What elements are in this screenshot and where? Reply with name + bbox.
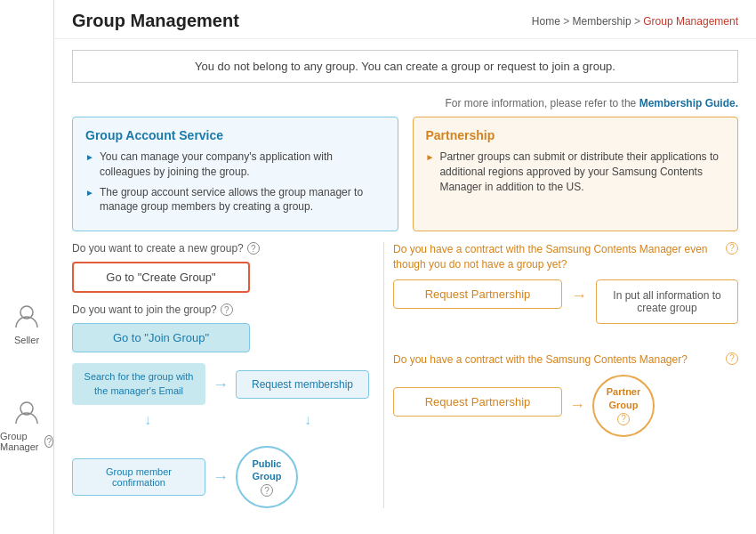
- right-flow-panel: Do you have a contract with the Samsung …: [383, 242, 738, 508]
- create-question: Do you want to create a new group? ?: [72, 242, 374, 255]
- notice-text: You do not belong to any group. You can …: [195, 60, 615, 73]
- right-bottom-row: Request Partnership → Partner Group ?: [393, 375, 738, 437]
- partner-group-circle: Partner Group ?: [592, 375, 655, 437]
- info-cards: Group Account Service ► You can manage y…: [54, 117, 756, 242]
- right-top-question: Do you have a contract with the Samsung …: [393, 242, 738, 272]
- group-account-text-1: You can manage your company's applicatio…: [100, 150, 385, 180]
- input-info-box: In put all information to create group: [596, 279, 738, 324]
- right-bottom-help[interactable]: ?: [726, 352, 738, 365]
- breadcrumb-sep1: >: [563, 15, 572, 28]
- request-partnership-top-button[interactable]: Request Partnership: [393, 279, 562, 309]
- partnership-text-1: Partner groups can submit or distribute …: [439, 150, 725, 194]
- membership-guide-link[interactable]: Membership Guide.: [639, 97, 738, 109]
- notice-banner: You do not belong to any group. You can …: [72, 50, 738, 83]
- group-account-item-1: ► You can manage your company's applicat…: [85, 150, 385, 180]
- partnership-card: Partnership ► Partner groups can submit …: [413, 117, 739, 231]
- arrow-down-2: ↓: [304, 412, 311, 428]
- create-help-icon[interactable]: ?: [247, 242, 260, 255]
- breadcrumb-sep2: >: [634, 15, 643, 28]
- join-help-icon[interactable]: ?: [221, 303, 233, 316]
- right-top-help[interactable]: ?: [726, 242, 738, 255]
- main-content: Group Management Home > Membership > Gro…: [54, 0, 756, 534]
- group-account-title: Group Account Service: [85, 128, 385, 142]
- seller-icon: [12, 303, 41, 331]
- seller-label: Seller: [14, 335, 39, 345]
- manager-help-icon[interactable]: ?: [44, 435, 53, 448]
- bullet-2: ►: [85, 187, 94, 215]
- arrow-down-1: ↓: [144, 412, 151, 428]
- breadcrumb-home[interactable]: Home: [532, 15, 560, 28]
- sidebar-seller: Seller: [12, 303, 41, 345]
- membership-guide-prefix: For more information, please refer to th…: [446, 97, 639, 109]
- sidebar-manager: Group Manager ?: [0, 399, 53, 452]
- page-header: Group Management Home > Membership > Gro…: [54, 0, 756, 39]
- breadcrumb: Home > Membership > Group Management: [532, 15, 738, 28]
- manager-label: Group Manager: [0, 431, 43, 452]
- group-account-text-2: The group account service allows the gro…: [100, 185, 385, 215]
- public-group-help[interactable]: ?: [261, 484, 273, 497]
- partner-group-help[interactable]: ?: [617, 413, 630, 425]
- create-group-button[interactable]: Go to "Create Group": [72, 262, 250, 293]
- group-confirm-box: Group member confirmation: [72, 458, 205, 496]
- bottom-flow-row: Group member confirmation → Public Group…: [72, 446, 374, 508]
- arrow-right-2: →: [213, 469, 229, 485]
- left-flow-panel: Do you want to create a new group? ? Go …: [72, 242, 383, 508]
- search-request-row: Search for the group with the manager's …: [72, 363, 374, 405]
- sidebar: Seller Group Manager ?: [0, 0, 54, 534]
- right-top-row: Request Partnership → In put all informa…: [393, 279, 738, 324]
- arrow-right-orange-2: →: [569, 396, 585, 415]
- right-bottom-section: Do you have a contract with the Samsung …: [393, 352, 738, 437]
- membership-guide-row: For more information, please refer to th…: [54, 93, 756, 117]
- bullet-3: ►: [426, 151, 435, 194]
- partnership-title: Partnership: [426, 128, 726, 142]
- page-title: Group Management: [72, 11, 239, 31]
- join-question: Do you want to join the group? ?: [72, 303, 374, 316]
- breadcrumb-membership[interactable]: Membership: [573, 15, 631, 28]
- right-bottom-question: Do you have a contract with the Samsung …: [393, 352, 738, 368]
- search-box: Search for the group with the manager's …: [72, 363, 205, 405]
- join-group-button[interactable]: Go to "Join Group": [72, 323, 250, 352]
- request-partnership-bottom-button[interactable]: Request Partnership: [393, 387, 562, 417]
- arrow-right-orange-1: →: [571, 287, 587, 305]
- group-account-card: Group Account Service ► You can manage y…: [72, 117, 398, 231]
- flow-section: Do you want to create a new group? ? Go …: [54, 242, 756, 515]
- group-account-item-2: ► The group account service allows the g…: [85, 185, 385, 215]
- partnership-item-1: ► Partner groups can submit or distribut…: [426, 150, 726, 194]
- request-membership-box: Request membership: [236, 370, 369, 399]
- arrow-right-icon: →: [213, 376, 229, 392]
- public-group-circle: Public Group ?: [236, 446, 298, 508]
- manager-icon: [12, 399, 41, 427]
- bullet-1: ►: [85, 151, 94, 180]
- breadcrumb-current: Group Management: [643, 15, 738, 28]
